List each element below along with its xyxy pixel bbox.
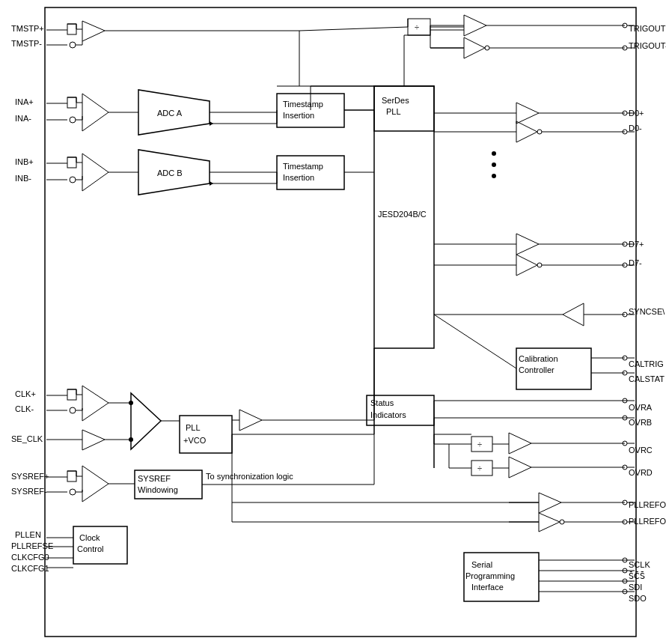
svg-marker-82 [516,234,539,255]
d7-minus-label: D7- [629,258,642,267]
ovra-label: OVRA [629,403,653,412]
svg-marker-127 [539,493,561,513]
ina-plus-label: INA+ [15,97,34,106]
serdes-pll-label: SerDes [382,96,409,105]
inb-minus-label: INB- [15,174,31,183]
pllrefse-label: PLLREFSE [11,541,53,550]
svg-marker-87 [516,255,537,276]
scs-label: S̄C̄S̄ [629,571,645,580]
svg-marker-43 [210,181,213,186]
pll-vco-label: PLL [186,423,201,432]
sysref-plus-label: SYSREF+ [11,472,49,481]
clock-ctrl-label2: Control [77,544,103,553]
svg-marker-63 [464,37,485,58]
se-clk-label: SE_CLK [11,434,43,443]
svg-marker-111 [509,433,531,454]
ovrb-label: OVRB [629,418,652,427]
timestamp-1-label2: Insertion [283,111,314,120]
svg-rect-13 [67,97,76,108]
svg-marker-166 [82,466,109,502]
serdes-pll-label2: PLL [386,107,401,116]
serial-prog-label: Serial [471,560,492,569]
clkcfg1-label: CLKCFG1 [11,564,49,573]
svg-marker-71 [516,103,539,124]
svg-marker-93 [563,303,584,326]
svg-marker-27 [82,154,109,191]
svg-marker-142 [82,386,109,421]
svg-point-141 [70,407,76,413]
caltrig-label: CALTRIG [629,359,664,368]
timestamp-2-label: Timestamp [283,162,323,171]
svg-point-15 [70,117,76,123]
jesd-label: JESD204B/C [378,210,427,219]
svg-marker-158 [239,410,262,431]
divider1-label: ÷ [415,22,419,31]
cal-ctrl-label2: Controller [519,365,555,374]
timestamp-2-label2: Insertion [283,173,314,182]
svg-marker-5 [82,21,105,41]
status-label2: Indicators [370,410,406,419]
timestamp-1-label: Timestamp [283,100,323,109]
sclk-label: SCLK [629,560,650,569]
clk-minus-label: CLK- [15,404,34,413]
ina-minus-label: INA- [15,114,31,123]
adc-a-label: ADC A [157,109,183,118]
cal-ctrl-label: Calibration [519,354,558,363]
svg-point-4 [70,42,76,48]
svg-marker-58 [464,15,486,36]
pllrefo-minus-label: PLLREFO- [629,517,666,526]
svg-rect-2 [67,24,76,34]
trigout-minus-label: TRIGOUT- [629,41,666,50]
tmstp-plus-label: TMSTP+ [11,24,44,33]
ovrd-label: OVRD [629,468,653,477]
svg-marker-132 [539,513,560,532]
svg-rect-139 [67,389,76,400]
svg-point-55 [492,151,496,156]
pllrefo-plus-label: PLLREFO+ [629,500,666,509]
adc-b-label: ADC B [157,168,183,177]
tmstp-minus-label: TMSTP- [11,39,42,48]
calstat-label: CALSTAT [629,374,665,383]
serial-prog-label2: Programming [465,571,515,580]
inb-plus-label: INB+ [15,157,34,166]
svg-marker-155 [131,393,161,449]
svg-line-214 [434,315,516,368]
divider3-label: ÷ [477,464,482,473]
svg-marker-16 [82,94,109,131]
svg-marker-40 [210,121,213,126]
svg-point-165 [70,489,76,495]
svg-marker-119 [509,457,531,478]
d0-minus-label: D0- [629,124,642,133]
svg-point-26 [70,177,76,183]
svg-marker-151 [82,430,105,450]
sdo-label: SDO [629,594,647,603]
svg-point-57 [492,174,496,178]
pllen-label: PLLEN [15,530,41,539]
svg-marker-76 [516,121,537,142]
divider2-label: ÷ [477,440,482,449]
ovrc-label: OVRC [629,446,653,455]
clock-ctrl-label: Clock [79,533,100,542]
sysref-minus-label: SYSREF- [11,487,47,496]
sysref-wind-label2: Windowing [138,485,178,494]
svg-point-56 [492,162,496,167]
to-sync-label: To synchronization logic [206,472,293,481]
clkcfg0-label: CLKCFG0 [11,553,49,562]
pll-vco-label2: +VCO [183,436,207,445]
svg-rect-154 [180,416,232,453]
svg-rect-0 [45,7,636,637]
svg-rect-24 [67,157,76,168]
svg-rect-163 [67,471,76,482]
svg-rect-50 [374,86,434,131]
clk-plus-label: CLK+ [15,389,36,398]
serial-prog-label3: Interface [471,583,504,592]
sdi-label: SDI [629,583,642,592]
sysref-wind-label: SYSREF [138,474,171,483]
block-diagram: TMSTP+ TMSTP- INA+ INA- INB+ INB- CLK+ C… [0,0,666,644]
svg-line-53 [299,27,408,31]
